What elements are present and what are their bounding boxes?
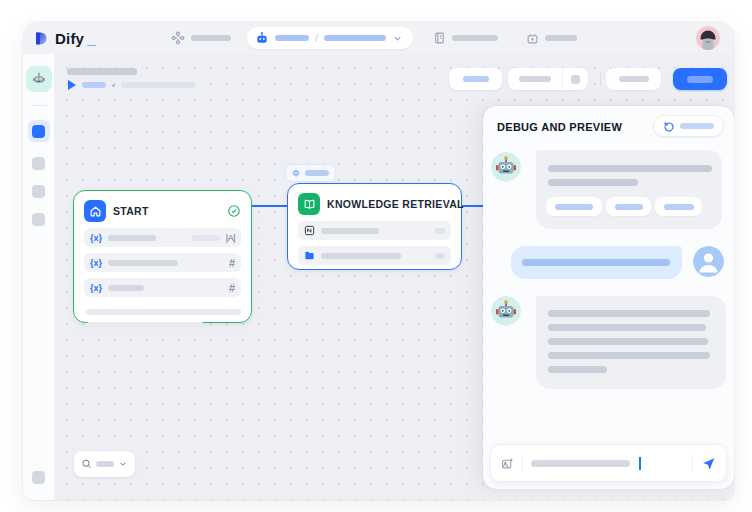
nav-knowledge-label-placeholder <box>452 35 498 41</box>
features-label-placeholder <box>463 76 489 82</box>
bot-message-bubble <box>536 296 726 389</box>
variable-x-icon: {x} <box>90 283 102 293</box>
suggestion-label-placeholder <box>615 204 643 210</box>
sidebar-active-icon <box>32 125 45 138</box>
nav-workflow-label-placeholder <box>191 35 231 41</box>
nav-tools-label-placeholder <box>545 35 577 41</box>
knowledge-dataset-row[interactable] <box>298 246 451 265</box>
run-status-row <box>68 79 195 91</box>
variable-value-placeholder <box>192 235 220 241</box>
run-history-button[interactable] <box>508 68 562 90</box>
zoom-control[interactable] <box>74 451 135 477</box>
user-avatar[interactable] <box>696 22 720 54</box>
message-line-placeholder <box>548 366 607 373</box>
panel-title: DEBUG AND PREVIEW <box>497 121 622 133</box>
dify-logo-text: Dify <box>55 30 84 47</box>
message-line-placeholder <box>548 179 638 186</box>
sidebar-item-4[interactable] <box>32 213 45 226</box>
app-name-placeholder <box>275 35 309 41</box>
folder-icon <box>304 250 315 261</box>
bot-message-bubble <box>536 150 722 229</box>
start-node-header: START <box>74 191 251 228</box>
top-navigation-bar: Dify _ / <box>23 22 734 54</box>
toolbar-divider <box>600 72 601 86</box>
badge-label-placeholder <box>305 170 329 176</box>
start-variable-row[interactable]: {x} # <box>84 253 241 272</box>
app-switcher[interactable]: / <box>247 27 413 49</box>
variable-name-placeholder <box>108 260 178 266</box>
knowledge-node-title: KNOWLEDGE RETRIEVAL <box>327 198 464 210</box>
left-sidebar <box>23 54 55 500</box>
sidebar-item-bottom[interactable] <box>32 471 45 484</box>
run-meta-placeholder <box>121 82 195 88</box>
node-description-placeholder <box>86 309 241 315</box>
node-start[interactable]: START {x} |A| {x} # {x} <box>73 190 252 323</box>
app-window: Dify _ / <box>23 22 734 500</box>
notion-dataset-icon <box>304 225 315 236</box>
nav-tools-item[interactable] <box>526 22 577 54</box>
check-circle-icon <box>227 204 241 218</box>
notebook-icon <box>433 31 446 45</box>
plugin-box-icon <box>526 32 539 45</box>
node-knowledge-retrieval[interactable]: KNOWLEDGE RETRIEVAL <box>287 183 462 270</box>
nav-knowledge-item[interactable] <box>433 22 498 54</box>
sidebar-app-icon[interactable] <box>26 66 52 92</box>
variable-x-icon: {x} <box>90 258 102 268</box>
play-icon[interactable] <box>68 80 76 90</box>
sidebar-item-3[interactable] <box>32 185 45 198</box>
number-type-icon: # <box>229 257 235 269</box>
suggestion-label-placeholder <box>555 204 593 210</box>
dify-logo[interactable]: Dify _ <box>33 22 95 54</box>
chat-input-box[interactable] <box>490 444 727 482</box>
suggested-reply-button[interactable] <box>546 197 602 216</box>
dify-logo-cursor: _ <box>87 30 95 47</box>
message-line-placeholder <box>548 324 706 331</box>
preview-button[interactable] <box>606 68 661 90</box>
sidebar-divider <box>31 105 47 106</box>
sidebar-item-2[interactable] <box>32 157 45 170</box>
start-node-title: START <box>113 205 220 217</box>
message-line-placeholder <box>548 165 712 172</box>
start-variable-row[interactable]: {x} |A| <box>84 228 241 247</box>
dot-separator <box>112 84 115 87</box>
suggested-reply-button[interactable] <box>606 197 651 216</box>
home-icon <box>84 200 106 222</box>
send-icon[interactable] <box>701 456 716 471</box>
checklist-badge[interactable] <box>285 164 336 182</box>
workflow-name-placeholder <box>324 35 386 41</box>
dataset-meta-placeholder <box>435 253 445 259</box>
image-upload-icon[interactable] <box>501 457 514 470</box>
message-line-placeholder <box>548 310 710 317</box>
search-zoom-icon <box>81 458 92 470</box>
nav-workflow-item[interactable] <box>171 22 231 54</box>
number-type-icon: # <box>229 282 235 294</box>
input-divider <box>692 455 693 471</box>
restart-label-placeholder <box>680 123 714 129</box>
dataset-name-placeholder <box>321 228 379 234</box>
user-chat-avatar <box>693 246 724 277</box>
history-menu-button[interactable] <box>563 68 588 90</box>
suggestion-label-placeholder <box>664 204 694 210</box>
bot-avatar <box>491 296 521 326</box>
history-menu-icon <box>571 75 580 84</box>
sidebar-item-active[interactable] <box>28 120 50 142</box>
text-caret <box>639 457 641 470</box>
suggested-reply-button[interactable] <box>655 197 702 216</box>
debug-preview-panel: DEBUG AND PREVIEW <box>483 106 734 489</box>
start-variable-row[interactable]: {x} # <box>84 278 241 297</box>
features-button[interactable] <box>449 68 502 90</box>
run-history-label-placeholder <box>519 76 551 82</box>
input-text-placeholder <box>531 460 630 467</box>
user-avatar-image <box>696 26 720 50</box>
zoom-level-placeholder <box>96 461 114 467</box>
knowledge-dataset-row[interactable] <box>298 221 451 240</box>
message-line-placeholder <box>522 259 670 266</box>
restart-button[interactable] <box>653 115 724 137</box>
publish-button[interactable] <box>673 68 727 90</box>
run-history-split-button[interactable] <box>508 68 588 90</box>
preview-label-placeholder <box>619 76 649 82</box>
bot-avatar <box>491 152 521 182</box>
publish-label-placeholder <box>687 76 713 83</box>
workflow-title-placeholder <box>67 68 137 75</box>
message-line-placeholder <box>548 338 708 345</box>
